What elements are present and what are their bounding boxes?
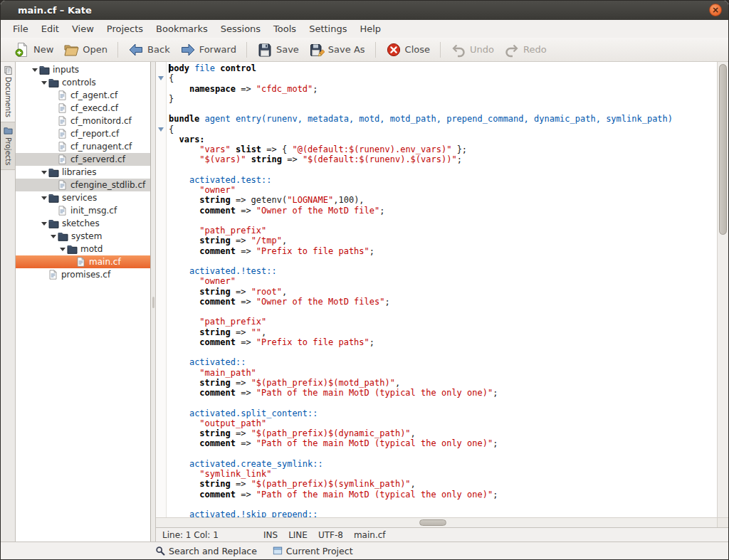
folder-icon (48, 218, 61, 228)
save-button[interactable]: Save (252, 41, 304, 59)
cursor-position: Line: 1 Col: 1 (162, 530, 263, 540)
sidebar-tab-documents[interactable]: Documents (1, 62, 15, 122)
code-line: activated.!skip_prepend:: (169, 509, 717, 517)
open-button[interactable]: Open (58, 41, 112, 59)
tree-item-cf_report.cf[interactable]: cf_report.cf (16, 127, 150, 140)
menu-item-tools[interactable]: Tools (267, 21, 303, 36)
code-line (169, 104, 717, 114)
file-icon (57, 154, 69, 164)
code-line (169, 398, 717, 408)
horizontal-scroll-row (156, 517, 728, 527)
code-line (169, 216, 717, 226)
code-line (169, 256, 717, 266)
menu-item-view[interactable]: View (65, 21, 100, 36)
folder-icon (48, 78, 61, 88)
new-document-icon (14, 42, 30, 58)
window-close-button[interactable]: × (709, 4, 722, 16)
search-and-replace-button[interactable]: Search and Replace (152, 544, 261, 558)
toolbar-separator (440, 42, 441, 58)
code-line: { (169, 125, 717, 134)
file-icon (57, 180, 69, 190)
code-line: string => "root", (169, 287, 717, 297)
tree-item-cf_runagent.cf[interactable]: cf_runagent.cf (16, 140, 150, 153)
toolbar-button-label: Save As (328, 44, 365, 55)
tree-item-sketches[interactable]: sketches (16, 217, 150, 230)
line-ending-indicator[interactable]: LINE (288, 530, 308, 540)
fold-marker-border[interactable] (156, 62, 167, 517)
menu-item-edit[interactable]: Edit (35, 21, 65, 36)
tree-item-cf_serverd.cf[interactable]: cf_serverd.cf (16, 153, 150, 166)
fold-marker-icon[interactable] (158, 76, 164, 80)
menu-item-file[interactable]: File (6, 21, 35, 36)
expander-icon[interactable] (30, 68, 39, 72)
editor-vertical-scrollbar[interactable] (717, 62, 728, 517)
tree-item-services[interactable]: services (16, 191, 150, 204)
sidebar-tab-label: Documents (4, 77, 12, 117)
code-line: activated.split_content:: (169, 408, 717, 418)
save-icon (257, 42, 273, 58)
tree-item-cf_monitord.cf[interactable]: cf_monitord.cf (16, 115, 150, 127)
button-label: Search and Replace (169, 546, 257, 556)
scrollbar-thumb[interactable] (419, 519, 446, 526)
tree-item-libraries[interactable]: libraries (16, 166, 150, 179)
menu-item-sessions[interactable]: Sessions (214, 21, 267, 36)
tree-item-promises.cf[interactable]: promises.cf (16, 268, 150, 281)
tree-item-label: promises.cf (61, 270, 110, 280)
code-line: "owner" (169, 276, 717, 286)
panel-splitter[interactable] (151, 62, 156, 541)
fold-marker-icon[interactable] (158, 127, 164, 132)
tree-item-cfengine_stdlib.cf[interactable]: cfengine_stdlib.cf (16, 179, 150, 191)
toolbar-button-label: Redo (523, 44, 547, 55)
code-line: namespace => "cfdc_motd"; (169, 84, 717, 94)
editor-horizontal-scrollbar[interactable] (156, 517, 717, 527)
save-as-button[interactable]: Save As (304, 41, 370, 59)
back-button[interactable]: Back (123, 41, 175, 59)
tree-item-inputs[interactable]: inputs (16, 63, 150, 76)
expander-icon[interactable] (39, 222, 48, 226)
code-line: activated.test:: (169, 175, 717, 185)
project-icon (273, 546, 283, 556)
expander-icon[interactable] (39, 196, 48, 200)
menu-item-help[interactable]: Help (353, 21, 387, 36)
tree-item-motd[interactable]: motd (16, 243, 150, 255)
menu-item-settings[interactable]: Settings (303, 21, 353, 36)
menubar: FileEditViewProjectsBookmarksSessionsToo… (1, 20, 728, 38)
encoding-indicator[interactable]: UTF-8 (318, 530, 343, 540)
tree-item-label: services (62, 193, 97, 203)
code-line: "path_prefix" (169, 317, 717, 327)
sidebar-tab-projects[interactable]: Projects (1, 122, 15, 170)
scrollbar-thumb[interactable] (719, 64, 727, 235)
folder-icon (58, 231, 70, 241)
menu-item-bookmarks[interactable]: Bookmarks (150, 21, 214, 36)
code-line: comment => "Prefix to file paths"; (169, 246, 717, 256)
expander-icon[interactable] (39, 81, 48, 85)
tree-item-cf_agent.cf[interactable]: cf_agent.cf (16, 89, 150, 102)
undo-button: Undo (446, 41, 499, 59)
close-button[interactable]: Close (381, 41, 435, 59)
menu-item-projects[interactable]: Projects (100, 21, 150, 36)
code-line: "owner" (169, 185, 717, 195)
current-project-button[interactable]: Current Project (269, 544, 357, 558)
tree-item-label: system (71, 231, 102, 241)
tree-item-system[interactable]: system (16, 230, 150, 243)
tree-item-init_msg.cf[interactable]: init_msg.cf (16, 204, 150, 217)
forward-button[interactable]: Forward (175, 41, 241, 59)
expander-icon[interactable] (39, 171, 48, 174)
code-line: string => getenv("LOGNAME",100), (169, 195, 717, 205)
expander-icon[interactable] (48, 235, 58, 238)
file-icon (57, 206, 69, 216)
toolbar-button-label: Undo (470, 44, 494, 55)
code-line: "path_prefix" (169, 226, 717, 236)
code-line: body file control (169, 63, 717, 73)
code-line: comment => "Path of the main MotD (typic… (169, 388, 717, 398)
titlebar[interactable]: main.cf – Kate × (1, 1, 728, 20)
insert-mode-indicator[interactable]: INS (263, 530, 278, 540)
new-button[interactable]: New (9, 41, 58, 59)
expander-icon[interactable] (58, 248, 67, 251)
tree-item-cf_execd.cf[interactable]: cf_execd.cf (16, 102, 150, 115)
code-line: string => "$(path_prefix)$(dynamic_path)… (169, 428, 717, 438)
text-editor[interactable]: body file control{ namespace => "cfdc_mo… (167, 62, 717, 517)
tree-item-controls[interactable]: controls (16, 76, 150, 89)
bottom-toolview-bar: Search and Replace Current Project (1, 541, 728, 559)
tree-item-main.cf[interactable]: main.cf (16, 255, 150, 268)
